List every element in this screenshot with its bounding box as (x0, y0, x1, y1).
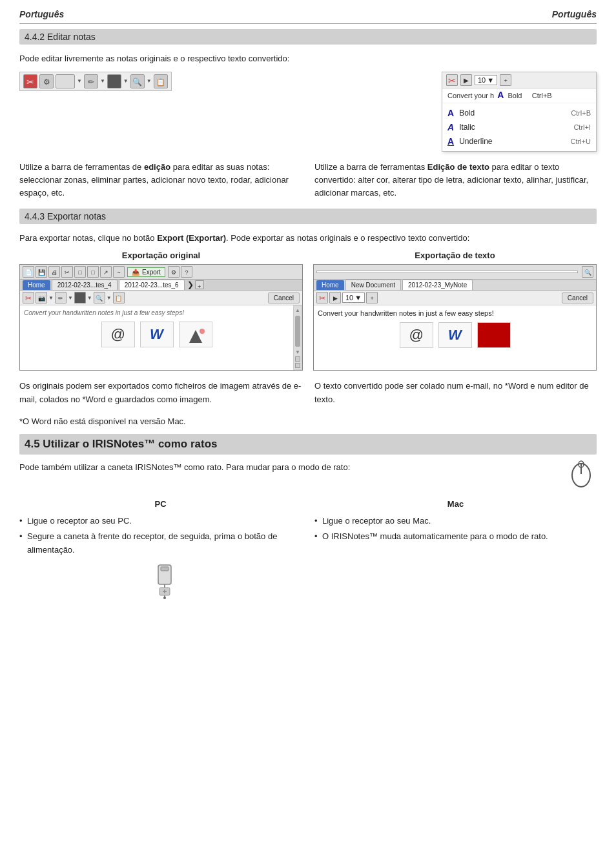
scrollbar-left[interactable]: ▲ ▼ (293, 305, 302, 370)
export-demo-columns: Exportação original 📄 💾 🖨 ✂ □ □ ↗ ~ 📤 Ex… (19, 251, 597, 371)
tb-icon-4[interactable]: ✏ (84, 74, 98, 88)
export-second-toolbar: ✂ 📷 ▼ ✏ ▼ ▼ 🔍 ▼ 📋 Cancel (20, 291, 302, 305)
right-tb-icon-2[interactable]: ▶ (329, 292, 341, 303)
442-left-desc: Utilize a barra de ferramentas de edição… (19, 161, 302, 200)
italic-label: Italic (459, 123, 568, 132)
export-body-area: Convert your handwritten notes in just a… (20, 305, 302, 370)
export-original-col: Exportação original 📄 💾 🖨 ✂ □ □ ↗ ~ 📤 Ex… (19, 251, 303, 371)
menu-icon-gear[interactable]: ⚙ (168, 266, 180, 278)
format-row-underline[interactable]: A Underline Ctrl+U (442, 134, 596, 149)
right-font-size[interactable]: 10 ▼ (342, 292, 365, 303)
tb-arrow-3: ▼ (123, 78, 128, 84)
format-panel: ✂ ▶ 10 ▼ + Convert your h A Bold Ctrl+B (442, 72, 597, 152)
right-second-toolbar: ✂ ▶ 10 ▼ + Cancel (314, 291, 596, 305)
format-menu: A Bold Ctrl+B A Italic Ctrl+I A Underlin… (442, 103, 596, 151)
right-tb-icon-1[interactable]: ✂ (316, 292, 328, 303)
search-bar[interactable] (316, 271, 578, 273)
bold-label-inline: Bold (508, 92, 522, 99)
header-bar: Português Português (19, 6, 597, 24)
tb2-arrow-2: ▼ (68, 295, 73, 301)
menu-icon-2[interactable]: 💾 (36, 266, 47, 278)
export-text-body: Convert your handwritten notes in just a… (314, 305, 596, 370)
search-btn[interactable]: 🔍 (582, 266, 593, 278)
scroll-extra-btn-2[interactable] (295, 363, 300, 368)
pc-item-1: Ligue o receptor ao seu PC. (19, 515, 302, 528)
scroll-down-icon[interactable]: ▼ (295, 349, 300, 355)
format-tb-icon-3[interactable]: + (500, 74, 511, 86)
export-icon: 📤 (132, 269, 139, 276)
export-disclaimer: *O Word não está disponível na versão Ma… (19, 415, 597, 428)
new-tab-btn[interactable]: + (195, 280, 204, 289)
tb2-arrow-4: ▼ (107, 295, 112, 301)
scroll-up-icon[interactable]: ▲ (295, 307, 300, 313)
menu-icon-6[interactable]: □ (87, 266, 99, 278)
icon-mountain (179, 322, 212, 347)
tb-icon-1[interactable]: ✂ (23, 74, 37, 88)
scroll-thumb (295, 316, 300, 347)
format-row-bold[interactable]: A Bold Ctrl+B (442, 106, 596, 120)
scroll-extra-btn[interactable] (295, 356, 300, 362)
menu-icon-7[interactable]: ↗ (100, 266, 112, 278)
mouse-icon (566, 458, 597, 489)
tab-1[interactable]: 2012-02-23...tes_4 (52, 280, 118, 290)
442-demo-panels: ✂ ⚙ ▼ ✏ ▼ ▼ 🔍 ▼ 📋 ✂ ▶ 10 (19, 72, 597, 152)
italic-icon: A (447, 122, 454, 132)
tb-icon-3[interactable] (56, 74, 75, 88)
format-tb-icon-1[interactable]: ✂ (446, 74, 458, 86)
tab-scroll-icon[interactable]: ❯ (187, 280, 194, 289)
page-container: Português Português 4.4.2 Editar notas P… (0, 0, 616, 631)
export-original-icons: @ W (24, 322, 289, 347)
right-tb-icon-plus[interactable]: + (366, 292, 378, 303)
section-443-intro: Para exportar notas, clique no botão Exp… (19, 232, 597, 245)
cancel-left-btn[interactable]: Cancel (268, 292, 300, 303)
tb2-icon-6[interactable]: 📋 (113, 292, 125, 303)
tb2-icon-4[interactable] (74, 292, 86, 303)
tab-2[interactable]: 2012-02-23...tes_6 (119, 280, 185, 290)
device-icon (145, 562, 184, 600)
menu-icon-4[interactable]: ✂ (61, 266, 73, 278)
mouse-mode-section: Pode também utilizar a caneta IRISNotes™… (19, 461, 597, 603)
export-left-desc: Os originais podem ser exportados como f… (19, 380, 302, 405)
export-button[interactable]: 📤 Export (127, 267, 165, 277)
442-desc-cols: Utilize a barra de ferramentas de edição… (19, 161, 597, 200)
menu-icon-help[interactable]: ? (181, 266, 192, 278)
font-size-dropdown[interactable]: 10 ▼ (475, 75, 497, 85)
tb-icon-2[interactable]: ⚙ (39, 74, 54, 88)
bold-icon: A (447, 108, 454, 118)
mouse-icon-area (566, 458, 597, 491)
converted-text: Convert your handwritten notes in just a… (318, 309, 592, 317)
tb2-icon-1[interactable]: ✂ (23, 292, 34, 303)
format-panel-toolbar: ✂ ▶ 10 ▼ + (442, 72, 596, 88)
tb2-icon-3[interactable]: ✏ (55, 292, 67, 303)
format-row-italic[interactable]: A Italic Ctrl+I (442, 120, 596, 134)
export-right-desc: O texto convertido pode ser colado num e… (314, 380, 597, 405)
right-icon-word: W (438, 322, 472, 348)
cancel-right-btn[interactable]: Cancel (562, 292, 593, 303)
right-home-tab[interactable]: Home (316, 280, 344, 290)
tb-icon-5[interactable] (107, 74, 121, 88)
toolbar-row: ✂ ⚙ ▼ ✏ ▼ ▼ 🔍 ▼ 📋 (19, 72, 172, 91)
tb2-icon-5[interactable]: 🔍 (94, 292, 105, 303)
mac-col: Mac Ligue o receptor ao seu Mac. O IRISN… (314, 498, 597, 603)
mac-list: Ligue o receptor ao seu Mac. O IRISNotes… (314, 515, 597, 543)
svg-point-1 (200, 329, 205, 334)
format-tb-icon-2[interactable]: ▶ (460, 74, 472, 86)
section-442-intro: Pode editar livremente as notas originai… (19, 52, 597, 65)
tb2-icon-2[interactable]: 📷 (36, 292, 47, 303)
tb-icon-6[interactable]: 🔍 (130, 74, 145, 88)
442-right-desc: Utilize a barra de ferramentas Edição de… (314, 161, 597, 200)
home-tab[interactable]: Home (23, 280, 50, 290)
right-tab-date[interactable]: 2012-02-23_MyNote (402, 280, 473, 290)
right-icon-red (477, 322, 511, 348)
menu-icon-1[interactable]: 📄 (23, 266, 34, 278)
tb-icon-7[interactable]: 📋 (154, 74, 168, 88)
export-text-mock: 🔍 Home New Document 2012-02-23_MyNote (313, 264, 597, 371)
svg-rect-6 (161, 567, 169, 571)
menu-icon-5[interactable]: □ (74, 266, 86, 278)
export-menubar: 📄 💾 🖨 ✂ □ □ ↗ ~ 📤 Export ⚙ ? (20, 265, 302, 280)
format-panel-box: ✂ ▶ 10 ▼ + Convert your h A Bold Ctrl+B (442, 72, 597, 152)
section-442-heading: 4.4.2 Editar notas (19, 29, 597, 45)
menu-icon-8[interactable]: ~ (113, 266, 125, 278)
right-tab-new[interactable]: New Document (345, 280, 401, 290)
menu-icon-3[interactable]: 🖨 (48, 266, 60, 278)
